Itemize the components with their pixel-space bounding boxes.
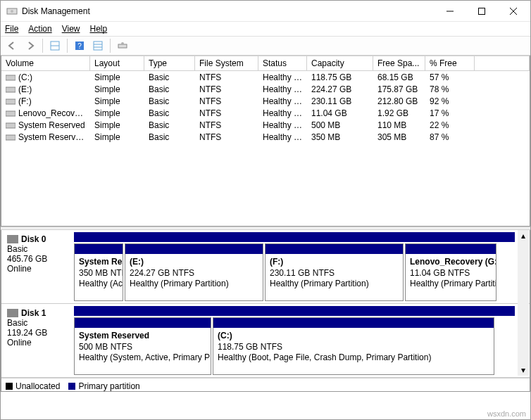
svg-line-5 <box>510 8 517 15</box>
volume-list: Volume Layout Type File System Status Ca… <box>1 56 530 227</box>
menu-help[interactable]: Help <box>90 24 108 34</box>
maximize-button[interactable] <box>466 1 497 21</box>
footer-text: wsxdn.com <box>487 409 526 418</box>
disk-row: Disk 0Basic465.76 GBOnlineSystem Reser35… <box>1 230 530 304</box>
window-title: Disk Management <box>22 6 434 16</box>
disk-partitions: System Reserved500 MB NTFSHealthy (Syste… <box>72 304 530 377</box>
scroll-up-button[interactable]: ▴ <box>518 230 529 241</box>
separator <box>110 39 111 53</box>
partition[interactable]: System Reserved500 MB NTFSHealthy (Syste… <box>74 317 211 375</box>
disk-info[interactable]: Disk 1Basic119.24 GBOnline <box>1 304 72 377</box>
legend-unallocated: Unallocated <box>6 381 60 391</box>
separator <box>42 39 43 53</box>
volume-row[interactable]: (C:)SimpleBasicNTFSHealthy (B...118.75 G… <box>1 71 530 83</box>
help-button[interactable]: ? <box>71 38 88 53</box>
disk-row: Disk 1Basic119.24 GBOnlineSystem Reserve… <box>1 304 530 378</box>
properties-button[interactable] <box>114 38 131 53</box>
partition[interactable]: (E:)224.27 GB NTFSHealthy (Primary Parti… <box>125 243 263 301</box>
volume-row[interactable]: (F:)SimpleBasicNTFSHealthy (P...230.11 G… <box>1 95 530 107</box>
close-button[interactable] <box>497 1 529 21</box>
volume-row[interactable]: Lenovo_Recovery ...SimpleBasicNTFSHealth… <box>1 107 530 119</box>
toolbar: ? <box>1 36 530 56</box>
menu-bar: File Action View Help <box>1 22 530 36</box>
menu-action[interactable]: Action <box>28 24 51 34</box>
svg-rect-20 <box>6 135 15 140</box>
menu-view[interactable]: View <box>62 24 80 34</box>
col-volume[interactable]: Volume <box>1 56 90 70</box>
volume-row[interactable]: (E:)SimpleBasicNTFSHealthy (P...224.27 G… <box>1 83 530 95</box>
col-percent-free[interactable]: % Free <box>425 56 475 70</box>
svg-rect-19 <box>6 123 15 128</box>
col-filesystem[interactable]: File System <box>195 56 258 70</box>
disk-header-stripe <box>74 306 515 316</box>
disk-map: Disk 0Basic465.76 GBOnlineSystem Reser35… <box>1 230 530 392</box>
col-extra[interactable] <box>475 56 530 70</box>
col-free-space[interactable]: Free Spa... <box>373 56 425 70</box>
partition[interactable]: System Reser350 MB NTFSHealthy (Activ <box>74 243 123 301</box>
column-headers: Volume Layout Type File System Status Ca… <box>1 56 530 71</box>
scroll-down-button[interactable]: ▾ <box>518 364 529 376</box>
view-tiles-button[interactable] <box>46 38 63 53</box>
partition[interactable]: (C:)118.75 GB NTFSHealthy (Boot, Page Fi… <box>213 317 494 375</box>
svg-line-4 <box>510 8 517 15</box>
col-status[interactable]: Status <box>258 56 307 70</box>
minimize-button[interactable] <box>434 1 466 21</box>
legend-primary: Primary partition <box>68 381 139 391</box>
svg-rect-3 <box>478 8 485 14</box>
svg-point-1 <box>11 10 13 13</box>
forward-button[interactable] <box>22 38 39 53</box>
volume-row[interactable]: System Reserved (...SimpleBasicNTFSHealt… <box>1 131 530 143</box>
svg-rect-10 <box>94 42 102 50</box>
col-capacity[interactable]: Capacity <box>307 56 373 70</box>
partition[interactable]: (F:)230.11 GB NTFSHealthy (Primary Parti… <box>265 243 404 301</box>
app-icon <box>6 6 18 17</box>
disk-header-stripe <box>74 232 515 242</box>
disk-partitions: System Reser350 MB NTFSHealthy (Activ(E:… <box>72 230 530 303</box>
volume-row[interactable]: System ReservedSimpleBasicNTFSHealthy (S… <box>1 119 530 131</box>
vertical-scrollbar[interactable]: ▴ ▾ <box>518 230 529 376</box>
separator <box>67 39 68 53</box>
col-type[interactable]: Type <box>144 56 195 70</box>
title-bar: Disk Management <box>1 1 530 22</box>
legend: Unallocated Primary partition <box>1 378 530 393</box>
svg-point-14 <box>121 42 124 45</box>
back-button[interactable] <box>4 38 20 53</box>
svg-rect-18 <box>6 111 15 116</box>
volume-rows[interactable]: (C:)SimpleBasicNTFSHealthy (B...118.75 G… <box>1 71 530 226</box>
view-list-button[interactable] <box>89 38 106 53</box>
svg-rect-16 <box>6 87 15 92</box>
partition[interactable]: Lenovo_Recovery (G:)11.04 GB NTFSHealthy… <box>405 243 496 301</box>
svg-rect-17 <box>6 99 15 104</box>
col-layout[interactable]: Layout <box>90 56 144 70</box>
svg-rect-15 <box>6 75 15 80</box>
disk-info[interactable]: Disk 0Basic465.76 GBOnline <box>1 230 72 303</box>
menu-file[interactable]: File <box>5 24 18 34</box>
svg-text:?: ? <box>77 42 82 50</box>
